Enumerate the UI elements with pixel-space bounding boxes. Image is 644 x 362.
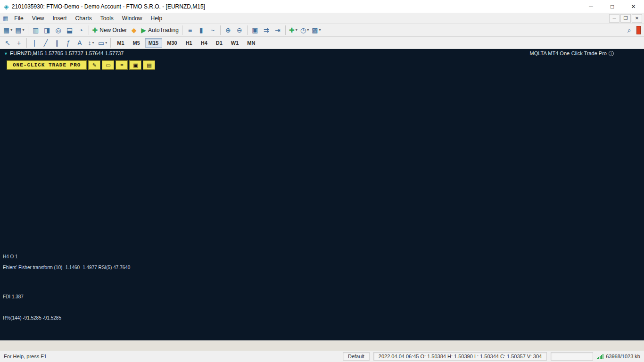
text-tool-button[interactable]: A bbox=[74, 37, 85, 49]
timeframe-m15-button[interactable]: M15 bbox=[145, 38, 162, 48]
market-watch-button[interactable]: ▥ bbox=[30, 25, 41, 36]
metaeditor-button[interactable]: ◆ bbox=[128, 25, 140, 36]
one-click-button-1[interactable]: ✎ bbox=[88, 60, 100, 70]
timeframe-m1-button[interactable]: M1 bbox=[113, 38, 128, 48]
chart-restore-button[interactable]: ❐ bbox=[620, 14, 631, 23]
timeframe-h4-button[interactable]: H4 bbox=[197, 38, 211, 48]
new-order-button[interactable]: ✚New Order bbox=[91, 25, 129, 36]
window-title: 2101035930: FTMO-Demo - Demo Account - F… bbox=[12, 3, 205, 10]
timeframe-m30-button[interactable]: M30 bbox=[163, 38, 181, 48]
autotrading-button[interactable]: ▶AutoTrading bbox=[140, 25, 180, 36]
toolbar-standard: ▦▾▤▾▥◨◎⬓◔✚New Order◆▶AutoTrading≡▮~⊕⊖▣⇉⇥… bbox=[0, 24, 644, 37]
window-controls: ─ □ ✕ bbox=[580, 0, 644, 13]
zoom-in-icon: ⊕ bbox=[225, 27, 231, 33]
new-order-icon: ✚ bbox=[92, 27, 98, 33]
toolbar-separator bbox=[220, 25, 221, 35]
status-empty-box bbox=[551, 352, 593, 361]
menu-file[interactable]: File bbox=[10, 14, 27, 23]
chart-bars-button[interactable]: ≡ bbox=[184, 25, 196, 36]
indicators-button[interactable]: ✚▾ bbox=[288, 25, 299, 36]
crosshair-button[interactable]: + bbox=[13, 37, 25, 49]
terminal-button[interactable]: ⬓ bbox=[64, 25, 75, 36]
one-click-button-5[interactable]: ▤ bbox=[143, 60, 155, 70]
menu-help[interactable]: Help bbox=[147, 14, 167, 23]
menu-window[interactable]: Window bbox=[118, 14, 147, 23]
search-button[interactable]: ⌕ bbox=[624, 25, 635, 36]
cursor-button[interactable]: ↖ bbox=[2, 37, 13, 49]
arrows-tool-icon: ↕ bbox=[88, 40, 91, 46]
price-axis[interactable] bbox=[618, 49, 644, 340]
chart-area[interactable]: ▼EURNZD,M15 1.57705 1.57737 1.57644 1.57… bbox=[0, 49, 644, 340]
connection-bars-icon bbox=[597, 354, 603, 359]
navigator-icon: ◎ bbox=[55, 27, 61, 33]
app-icon: ◈ bbox=[4, 3, 9, 10]
terminal-icon: ⬓ bbox=[66, 27, 73, 33]
indicator-label-r: R%(144) -91.5285 -91.5285 bbox=[3, 315, 61, 321]
navigator-button[interactable]: ◎ bbox=[53, 25, 64, 36]
chart-window-icon: ▦ bbox=[3, 15, 8, 22]
profiles-button[interactable]: ▤▾ bbox=[14, 25, 25, 36]
tile-button[interactable]: ▣ bbox=[249, 25, 261, 36]
one-click-button-3[interactable]: = bbox=[116, 60, 128, 70]
time-axis[interactable] bbox=[0, 332, 618, 340]
chart-close-button[interactable]: ✕ bbox=[632, 14, 642, 23]
status-ohlcv: 2022.04.04 06:45 O: 1.50384 H: 1.50390 L… bbox=[373, 352, 547, 361]
caret-icon: ▾ bbox=[296, 28, 297, 32]
toolbar-separator bbox=[110, 38, 111, 48]
trendline-button[interactable]: ╱ bbox=[40, 37, 51, 49]
toolbar-separator bbox=[182, 25, 182, 35]
one-click-button-4[interactable]: ▣ bbox=[129, 60, 141, 70]
toolbar-separator bbox=[89, 25, 89, 35]
caret-icon: ▾ bbox=[22, 28, 24, 32]
one-click-button-2[interactable]: ▭ bbox=[102, 60, 114, 70]
traffic-text: 63968/1023 kb bbox=[606, 354, 640, 359]
timeframe-m5-button[interactable]: M5 bbox=[129, 38, 144, 48]
menu-bar: ▦ FileViewInsertChartsToolsWindowHelp ─ … bbox=[0, 13, 644, 24]
tester-button[interactable]: ◔ bbox=[75, 25, 87, 36]
toolbar-line-studies: ↖+|╱∥ƒA↕▾▭▾M1M5M15M30H1H4D1W1MN bbox=[0, 37, 644, 49]
watermark: MQLTA MT4 One-Click Trade Proi bbox=[530, 50, 614, 56]
shapes-icon: ▭ bbox=[98, 40, 104, 46]
metaeditor-icon: ◆ bbox=[132, 27, 137, 33]
minimize-button[interactable]: ─ bbox=[580, 0, 602, 13]
chart-line-button[interactable]: ~ bbox=[207, 25, 218, 36]
menu-insert[interactable]: Insert bbox=[48, 14, 71, 23]
timeframe-h1-button[interactable]: H1 bbox=[182, 38, 196, 48]
new-chart-icon: ▦ bbox=[3, 27, 9, 33]
menu-charts[interactable]: Charts bbox=[71, 14, 96, 23]
price-chart[interactable] bbox=[0, 49, 644, 340]
trendline-icon: ╱ bbox=[44, 40, 48, 46]
zoom-out-button[interactable]: ⊖ bbox=[234, 25, 245, 36]
new-chart-button[interactable]: ▦▾ bbox=[2, 25, 14, 36]
status-bar: For Help, press F1 Default 2022.04.04 06… bbox=[0, 351, 644, 362]
indicator-label-fisher: Ehlers' Fisher transform (10) -1.1460 -1… bbox=[3, 265, 130, 270]
timeframe-mn-button[interactable]: MN bbox=[243, 38, 259, 48]
indicators-icon: ✚ bbox=[289, 27, 295, 33]
zoom-in-button[interactable]: ⊕ bbox=[223, 25, 234, 36]
data-window-button[interactable]: ◨ bbox=[41, 25, 53, 36]
autoscroll-button[interactable]: ⇉ bbox=[261, 25, 272, 36]
shapes-button[interactable]: ▭▾ bbox=[97, 37, 108, 49]
data-window-icon: ◨ bbox=[44, 27, 50, 33]
channel-button[interactable]: ∥ bbox=[51, 37, 63, 49]
periods-button[interactable]: ◷▾ bbox=[299, 25, 310, 36]
menu-view[interactable]: View bbox=[28, 14, 49, 23]
info-icon[interactable]: i bbox=[609, 51, 614, 56]
chart-info: ▼EURNZD,M15 1.57705 1.57737 1.57644 1.57… bbox=[4, 50, 124, 56]
fibonacci-button[interactable]: ƒ bbox=[63, 37, 74, 49]
shift-button[interactable]: ⇥ bbox=[272, 25, 283, 36]
arrows-tool-button[interactable]: ↕▾ bbox=[85, 37, 97, 49]
timeframe-w1-button[interactable]: W1 bbox=[227, 38, 243, 48]
timeframe-d1-button[interactable]: D1 bbox=[212, 38, 226, 48]
templates-button[interactable]: ▩▾ bbox=[310, 25, 322, 36]
chart-candles-button[interactable]: ▮ bbox=[196, 25, 207, 36]
collapse-arrow-icon[interactable]: ▼ bbox=[4, 51, 8, 56]
maximize-button[interactable]: □ bbox=[602, 0, 623, 13]
close-button[interactable]: ✕ bbox=[623, 0, 644, 13]
vline-button[interactable]: | bbox=[29, 37, 40, 49]
one-click-title: ONE-CLICK TRADE PRO bbox=[7, 60, 87, 70]
chart-minimize-button[interactable]: ─ bbox=[609, 14, 619, 23]
menu-tools[interactable]: Tools bbox=[96, 14, 118, 23]
status-profile[interactable]: Default bbox=[343, 352, 370, 361]
title-bar: ◈ 2101035930: FTMO-Demo - Demo Account -… bbox=[0, 0, 644, 13]
